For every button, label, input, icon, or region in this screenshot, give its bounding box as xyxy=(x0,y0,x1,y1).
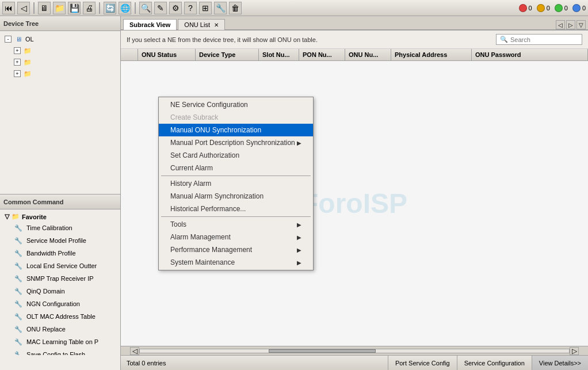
cmd-local-end-service[interactable]: 🔧 Local End Service Outter xyxy=(12,260,118,272)
device-tree-header: Device Tree xyxy=(0,16,120,31)
win-green[interactable]: 0 xyxy=(555,4,568,12)
menu-set-card-auth[interactable]: Set Card Authorization xyxy=(159,149,313,162)
cmd-qinq-domain[interactable]: 🔧 QinQ Domain xyxy=(12,285,118,297)
toolbar-network[interactable]: 🌐 xyxy=(119,2,131,14)
menu-manual-onu-sync[interactable]: Manual ONU Synchronization xyxy=(159,124,313,136)
scroll-track[interactable] xyxy=(139,349,570,353)
cmd-mac-learning-table[interactable]: 🔧 MAC Learning Table on P xyxy=(12,335,118,348)
sep3 xyxy=(135,2,136,14)
expand3[interactable]: + xyxy=(14,70,21,77)
menu-ne-service-config[interactable]: NE Service Configuration xyxy=(159,98,313,111)
toolbar-edit[interactable]: ✎ xyxy=(154,2,167,14)
toolbar-prev[interactable]: ◁ xyxy=(17,2,30,14)
service-configuration-btn[interactable]: Service Configuration xyxy=(457,356,532,371)
tree-root[interactable]: - 🖥 OL xyxy=(2,33,118,45)
toolbar-save[interactable]: 💾 xyxy=(68,2,81,14)
cmd-icon-0: 🔧 xyxy=(14,223,23,232)
menu-manual-port-desc-sync[interactable]: Manual Port Description Synchronization … xyxy=(159,136,313,149)
port-service-config-btn[interactable]: Port Service Config xyxy=(388,356,457,371)
menu-alarm-mgmt[interactable]: Alarm Management ▶ xyxy=(159,231,313,243)
arrow-perf-mgmt: ▶ xyxy=(297,247,301,253)
cmd-save-config[interactable]: 🔧 Save Config to Flash xyxy=(12,348,118,355)
cmd-icon-1: 🔧 xyxy=(14,236,23,245)
search-box[interactable]: 🔍 xyxy=(496,34,582,45)
onu-tab-close[interactable]: ✕ xyxy=(214,22,219,28)
scroll-thumb[interactable] xyxy=(269,349,376,353)
cmd-service-model-profile[interactable]: 🔧 Service Model Profile xyxy=(12,234,118,247)
tree-node1[interactable]: + 📁 xyxy=(12,45,118,56)
expand-favorite[interactable]: ▽ xyxy=(5,213,9,220)
tree-node2[interactable]: + 📁 xyxy=(12,56,118,68)
arrow-tools: ▶ xyxy=(297,222,301,228)
menu-sep2 xyxy=(161,216,311,217)
view-details-btn[interactable]: View Details>> xyxy=(532,356,588,371)
toolbar-print[interactable]: 🖨 xyxy=(83,2,96,14)
win-blue[interactable]: 0 xyxy=(572,4,586,12)
menu-manual-alarm-sync[interactable]: Manual Alarm Synchronization xyxy=(159,190,313,203)
scroll-left-btn[interactable]: ◁ xyxy=(130,347,139,355)
cmd-icon-6: 🔧 xyxy=(14,299,23,308)
h-scrollbar[interactable]: ◁ ▷ xyxy=(121,346,588,355)
menu-tools[interactable]: Tools ▶ xyxy=(159,218,313,231)
scroll-right-btn[interactable]: ▷ xyxy=(570,347,579,355)
tab-onu-list[interactable]: ONU List ✕ xyxy=(178,19,225,30)
menu-current-alarm[interactable]: Current Alarm xyxy=(159,162,313,174)
toolbar-tool[interactable]: 🔧 xyxy=(214,2,227,14)
tab-nav-right[interactable]: ▷ xyxy=(566,20,575,29)
win-red[interactable]: 0 xyxy=(519,4,532,12)
cmd-olt-mac-addr[interactable]: 🔧 OLT MAC Address Table xyxy=(12,310,118,323)
expand2[interactable]: + xyxy=(14,59,21,66)
cmd-time-calibration[interactable]: 🔧 Time Calibration xyxy=(12,222,118,234)
right-section: Subrack View ONU List ✕ ◁ ▷ ▽ If you sel… xyxy=(121,16,588,370)
toolbar-del[interactable]: 🗑 xyxy=(229,2,242,14)
tab-subrack-view[interactable]: Subrack View xyxy=(123,19,177,30)
toolbar-settings[interactable]: ⚙ xyxy=(169,2,182,14)
toolbar-zoom[interactable]: 🔍 xyxy=(139,2,152,14)
th-slot-nu: Slot Nu... xyxy=(259,49,299,60)
device-tree-label: Device Tree xyxy=(3,20,39,27)
favorite-section[interactable]: ▽ 📁 Favorite xyxy=(2,212,118,222)
cmd-bandwidth-profile[interactable]: 🔧 Bandwidth Profile xyxy=(12,247,118,260)
th-physical-address: Physical Address xyxy=(391,49,472,60)
cmd-icon-2: 🔧 xyxy=(14,249,23,258)
table-header: ONU Status Device Type Slot Nu... PON Nu… xyxy=(121,49,588,61)
cmd-list: ▽ 📁 Favorite 🔧 Time Calibration 🔧 Servic… xyxy=(0,209,120,355)
tab-nav-down[interactable]: ▽ xyxy=(576,20,586,29)
blue-circle xyxy=(572,4,581,12)
menu-perf-mgmt[interactable]: Performance Management ▶ xyxy=(159,243,313,256)
tree-node3[interactable]: + 📁 xyxy=(12,68,118,79)
cmd-icon-8: 🔧 xyxy=(14,325,23,334)
red-label: 0 xyxy=(529,5,532,12)
info-bar: If you select a NE from the device tree,… xyxy=(121,30,588,49)
cmd-snmp-trap[interactable]: 🔧 SNMP Trap Receiver IP xyxy=(12,272,118,285)
watermark: ForoISP xyxy=(301,188,407,219)
cmd-onu-replace[interactable]: 🔧 ONU Replace xyxy=(12,323,118,335)
sep1 xyxy=(33,2,35,14)
toolbar-open[interactable]: 📁 xyxy=(53,2,66,14)
expand1[interactable]: + xyxy=(14,47,21,54)
common-command-label: Common Command xyxy=(3,199,64,205)
yellow-label: 0 xyxy=(547,5,550,12)
th-onu-nu: ONU Nu... xyxy=(345,49,391,60)
toolbar-back[interactable]: ⏮ xyxy=(2,2,15,14)
toolbar-help[interactable]: ? xyxy=(184,2,197,14)
th-onu-password: ONU Password xyxy=(472,49,588,60)
menu-history-alarm[interactable]: History Alarm xyxy=(159,177,313,190)
toolbar-refresh[interactable]: 🔄 xyxy=(104,2,116,14)
total-entries: Total 0 entries xyxy=(121,360,171,367)
search-input[interactable] xyxy=(510,36,578,43)
tab-nav-left[interactable]: ◁ xyxy=(556,20,565,29)
menu-create-subrack: Create Subrack xyxy=(159,111,313,124)
cmd-icon-7: 🔧 xyxy=(14,312,23,321)
toolbar-new[interactable]: 🖥 xyxy=(38,2,51,14)
tree-expand-root[interactable]: - xyxy=(5,36,12,43)
menu-sys-maintenance[interactable]: System Maintenance ▶ xyxy=(159,256,313,269)
green-label: 0 xyxy=(564,5,568,12)
toolbar-more[interactable]: ⊞ xyxy=(199,2,212,14)
content-body: ForoISP NE Service Configuration Create … xyxy=(121,61,588,346)
win-yellow[interactable]: 0 xyxy=(537,4,550,12)
menu-historical-perf[interactable]: Historical Performance... xyxy=(159,203,313,215)
status-bar: Total 0 entries Port Service Config Serv… xyxy=(121,355,588,370)
cmd-ngn-config[interactable]: 🔧 NGN Configuration xyxy=(12,297,118,310)
favorite-label: Favorite xyxy=(22,213,47,220)
